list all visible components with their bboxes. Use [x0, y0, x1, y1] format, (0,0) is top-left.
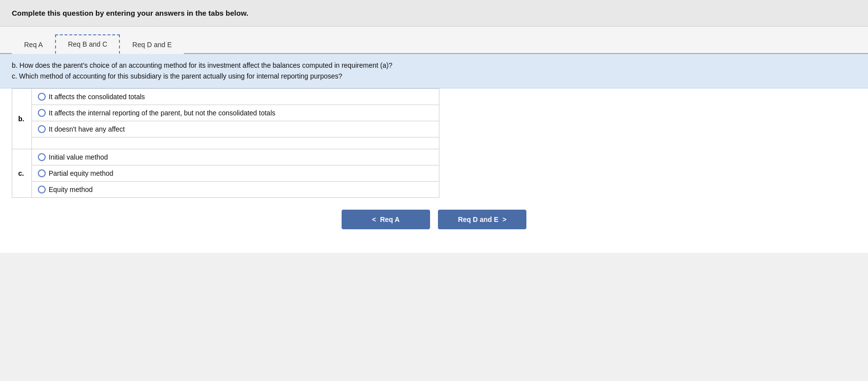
option-c-2[interactable]: Partial equity method	[32, 165, 439, 181]
section-b-label: b.	[12, 88, 32, 149]
radio-c-1-icon[interactable]	[38, 153, 46, 161]
option-b-1[interactable]: It affects the consolidated totals	[32, 88, 439, 105]
section-c-label: c.	[12, 149, 32, 197]
question-line-c: c. Which method of accounting for this s…	[12, 71, 856, 82]
next-button[interactable]: Req D and E >	[438, 210, 526, 229]
radio-b-1-icon[interactable]	[38, 93, 46, 101]
tab-req-b-c[interactable]: Req B and C	[55, 34, 120, 54]
prev-chevron-icon: <	[372, 216, 376, 223]
table-row: It affects the internal reporting of the…	[12, 105, 439, 121]
table-row: Equity method	[12, 181, 439, 197]
option-b-2[interactable]: It affects the internal reporting of the…	[32, 105, 439, 121]
table-row: b. It affects the consolidated totals	[12, 88, 439, 105]
table-row: It doesn't have any affect	[12, 121, 439, 137]
option-b-3[interactable]: It doesn't have any affect	[32, 121, 439, 137]
option-b-3-text: It doesn't have any affect	[49, 125, 125, 133]
question-header: b. How does the parent's choice of an ac…	[0, 54, 868, 88]
radio-b-3-icon[interactable]	[38, 125, 46, 133]
tab-req-d-e[interactable]: Req D and E	[120, 35, 184, 54]
next-button-label: Req D and E	[458, 216, 498, 223]
option-b-1-text: It affects the consolidated totals	[49, 93, 145, 101]
header-section: Complete this question by entering your …	[0, 0, 868, 27]
table-row: Partial equity method	[12, 165, 439, 181]
option-c-3[interactable]: Equity method	[32, 181, 439, 197]
option-b-2-text: It affects the internal reporting of the…	[49, 109, 275, 117]
option-c-3-text: Equity method	[49, 186, 93, 193]
radio-b-2-icon[interactable]	[38, 109, 46, 117]
question-line-b: b. How does the parent's choice of an ac…	[12, 60, 856, 71]
radio-c-3-icon[interactable]	[38, 186, 46, 193]
table-row: c. Initial value method	[12, 149, 439, 165]
radio-c-2-icon[interactable]	[38, 169, 46, 177]
option-c-2-text: Partial equity method	[49, 169, 114, 177]
page-container: Complete this question by entering your …	[0, 0, 868, 381]
empty-row	[12, 137, 439, 149]
bottom-nav: < Req A Req D and E >	[12, 198, 856, 241]
prev-button-label: Req A	[380, 216, 400, 223]
tabs-area: Req A Req B and C Req D and E	[0, 27, 868, 54]
content-area: b. It affects the consolidated totals It…	[0, 88, 868, 253]
answer-table: b. It affects the consolidated totals It…	[12, 88, 439, 198]
header-title: Complete this question by entering your …	[12, 9, 248, 17]
prev-button[interactable]: < Req A	[342, 210, 430, 229]
tab-req-a[interactable]: Req A	[12, 35, 55, 54]
option-c-1-text: Initial value method	[49, 153, 108, 161]
option-c-1[interactable]: Initial value method	[32, 149, 439, 165]
next-chevron-icon: >	[502, 216, 506, 223]
